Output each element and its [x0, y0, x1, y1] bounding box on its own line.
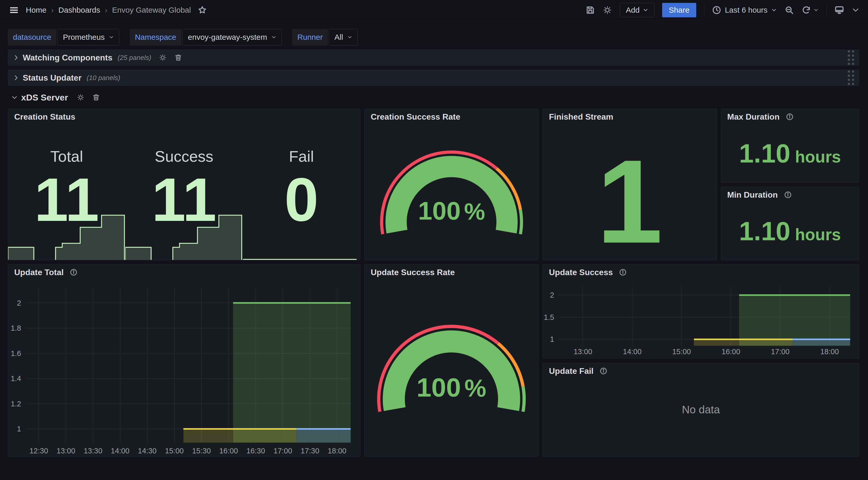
svg-text:17:00: 17:00	[274, 447, 292, 455]
svg-text:1.4: 1.4	[11, 374, 21, 383]
svg-text:15:00: 15:00	[672, 348, 691, 356]
panel-info-icon[interactable]	[786, 113, 794, 121]
chevron-right-icon	[13, 55, 19, 61]
time-range-picker[interactable]: Last 6 hours	[712, 5, 777, 15]
variable-datasource-value[interactable]: Prometheus	[57, 29, 119, 46]
row-title: xDS Server	[21, 92, 68, 102]
variable-namespace-label[interactable]: Namespace	[130, 29, 181, 46]
variable-datasource: datasource Prometheus	[8, 29, 119, 46]
svg-text:1.2: 1.2	[11, 400, 21, 408]
panel-min-duration: Min Duration 1.10 hours	[721, 186, 859, 260]
variable-datasource-label[interactable]: datasource	[8, 29, 56, 46]
stat-label: Success	[155, 148, 213, 166]
svg-text:2: 2	[17, 299, 21, 307]
svg-text:17:30: 17:30	[301, 447, 319, 455]
panel-info-icon[interactable]	[599, 367, 607, 375]
svg-text:16:00: 16:00	[721, 348, 740, 356]
panel-info-icon[interactable]	[70, 268, 78, 276]
row-watching-components[interactable]: Watching Components (25 panels)	[8, 49, 859, 66]
panel-title[interactable]: Finished Stream	[549, 112, 613, 122]
svg-text:1.8: 1.8	[11, 324, 21, 332]
panel-title[interactable]: Update Success	[549, 268, 613, 277]
hamburger-menu-icon[interactable]	[9, 5, 19, 15]
breadcrumb-dashboard-title: Envoy Gateway Global	[112, 6, 191, 14]
panel-title[interactable]: Update Success Rate	[371, 268, 455, 277]
stat-success: Success 11	[125, 125, 243, 260]
panel-title[interactable]: Creation Success Rate	[371, 112, 460, 122]
stat-label: Fail	[289, 148, 314, 166]
row-drag-handle[interactable]	[848, 70, 854, 85]
stat-value: 11	[34, 169, 99, 231]
panel-max-duration: Max Duration 1.10 hours	[721, 109, 859, 183]
chevron-down-icon	[271, 35, 276, 40]
row-delete-trash-icon[interactable]	[175, 54, 182, 61]
variable-runner-value[interactable]: All	[329, 29, 358, 46]
refresh-icon	[802, 5, 811, 15]
svg-text:18:00: 18:00	[328, 447, 346, 455]
share-button-label: Share	[669, 6, 689, 14]
stat-total: Total 11	[8, 125, 125, 260]
panel-title[interactable]: Creation Status	[14, 112, 75, 122]
chevron-down-icon[interactable]	[852, 6, 859, 14]
variable-namespace-current: envoy-gateway-system	[188, 33, 267, 41]
refresh-button[interactable]	[802, 5, 819, 15]
row-settings-gear-icon[interactable]	[159, 54, 167, 61]
svg-text:100%: 100%	[417, 372, 487, 402]
stat-value: 0	[284, 169, 318, 231]
creation-success-rate-gauge: 100%	[370, 147, 533, 238]
top-nav: Home › Dashboards › Envoy Gateway Global…	[0, 0, 868, 20]
dashboard-variables: datasource Prometheus Namespace envoy-ga…	[8, 29, 358, 46]
panel-title[interactable]: Update Fail	[549, 366, 593, 376]
svg-text:100%: 100%	[418, 196, 485, 225]
row-xds-server[interactable]: xDS Server	[11, 91, 100, 104]
update-total-chart[interactable]: 12:3013:0013:3014:0014:3015:0015:3016:00…	[8, 264, 360, 456]
variable-namespace-value[interactable]: envoy-gateway-system	[182, 29, 282, 46]
svg-text:15:00: 15:00	[165, 447, 184, 455]
panel-title[interactable]: Min Duration	[727, 190, 778, 200]
svg-text:14:00: 14:00	[111, 447, 129, 455]
panel-title[interactable]: Update Total	[14, 268, 64, 277]
time-range-label: Last 6 hours	[725, 6, 768, 14]
row-settings-gear-icon[interactable]	[77, 93, 85, 101]
max-duration-value: 1.10	[739, 139, 790, 169]
share-button[interactable]: Share	[662, 3, 696, 17]
svg-text:14:30: 14:30	[138, 447, 157, 455]
svg-text:13:30: 13:30	[84, 447, 102, 455]
chevron-down-icon	[347, 35, 352, 40]
panel-info-icon[interactable]	[619, 268, 627, 276]
svg-text:14:00: 14:00	[623, 348, 642, 356]
svg-text:1: 1	[550, 335, 554, 343]
panel-info-icon[interactable]	[784, 191, 792, 199]
row-title: Watching Components	[23, 53, 113, 62]
min-duration-value: 1.10	[739, 216, 790, 246]
zoom-out-time-icon[interactable]	[784, 5, 794, 15]
row-drag-handle[interactable]	[848, 50, 854, 65]
no-data-message: No data	[682, 403, 720, 416]
panel-creation-status: Creation Status Total 11 Success 11 Fail…	[8, 109, 361, 260]
add-button[interactable]: Add	[620, 3, 654, 17]
variable-runner: Runner All	[292, 29, 358, 46]
finished-stream-value: 1	[597, 136, 663, 249]
chevron-down-icon	[771, 7, 777, 13]
panel-update-success: 13:0014:0015:0016:0017:0018:0021.51 Upda…	[542, 264, 859, 359]
row-delete-trash-icon[interactable]	[92, 93, 100, 101]
svg-text:1.5: 1.5	[544, 313, 554, 321]
row-status-updater[interactable]: Status Updater (10 panels)	[8, 69, 859, 86]
kiosk-monitor-icon[interactable]	[834, 5, 844, 15]
variable-runner-label[interactable]: Runner	[292, 29, 328, 46]
stat-fail: Fail 0	[243, 125, 360, 260]
panel-title[interactable]: Max Duration	[727, 112, 780, 122]
row-panel-count: (10 panels)	[87, 74, 120, 82]
stat-value: 11	[152, 169, 217, 231]
breadcrumb-dashboards[interactable]: Dashboards	[58, 6, 100, 14]
panel-update-fail: Update Fail No data	[542, 363, 859, 457]
dashboard-settings-gear-icon[interactable]	[603, 5, 612, 15]
variable-datasource-current: Prometheus	[63, 33, 104, 41]
favorite-star-icon[interactable]	[197, 5, 207, 15]
breadcrumb-home[interactable]: Home	[26, 6, 46, 14]
chevron-down-icon	[643, 7, 648, 13]
panel-update-total: 12:3013:0013:3014:0014:3015:0015:3016:00…	[8, 264, 361, 457]
max-duration-unit: hours	[795, 147, 841, 167]
save-dashboard-icon[interactable]	[586, 5, 595, 15]
chevron-down-icon	[813, 7, 819, 13]
